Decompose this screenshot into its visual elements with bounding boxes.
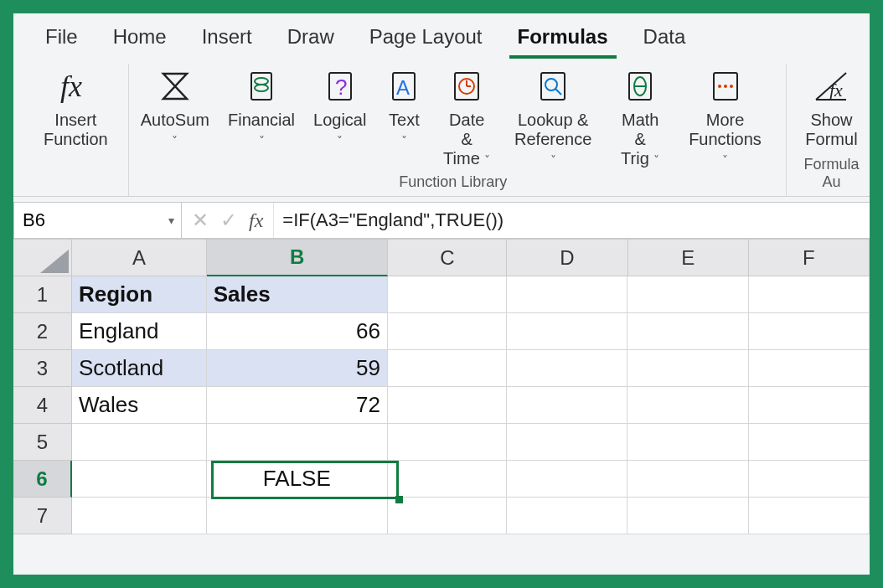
cell-C5[interactable] (388, 424, 507, 461)
insert-function-label: Insert Function (44, 111, 108, 149)
cell-F2[interactable] (749, 313, 870, 350)
cell-F5[interactable] (749, 424, 870, 461)
col-header-D[interactable]: D (507, 240, 627, 276)
row-header-7[interactable]: 7 (13, 498, 72, 534)
cell-A7[interactable] (72, 498, 207, 534)
cell-D5[interactable] (507, 424, 627, 461)
cell-D1[interactable] (507, 276, 627, 313)
cell-C1[interactable] (388, 276, 507, 313)
row-header-6[interactable]: 6 (13, 461, 72, 498)
cell-C6[interactable] (388, 461, 507, 498)
cell-A3[interactable]: Scotland (72, 350, 207, 387)
tab-file[interactable]: File (37, 22, 86, 59)
fill-handle[interactable] (395, 496, 403, 503)
cell-A5[interactable] (72, 424, 207, 461)
svg-text:?: ? (335, 75, 347, 100)
cell-A2[interactable]: England (72, 313, 207, 350)
col-header-F[interactable]: F (749, 240, 870, 276)
cell-A6[interactable] (72, 461, 207, 498)
row-header-5[interactable]: 5 (13, 424, 72, 461)
cell-D2[interactable] (507, 313, 627, 350)
svg-point-19 (718, 85, 721, 88)
name-box[interactable]: B6 ▾ (14, 203, 182, 238)
formula-bar: B6 ▾ ✕ ✓ fx =IF(A3="England",TRUE()) (13, 202, 870, 239)
cell-E7[interactable] (627, 498, 748, 534)
cell-E6[interactable] (627, 461, 748, 498)
lookup-icon (534, 67, 572, 106)
tab-page-layout[interactable]: Page Layout (361, 22, 491, 59)
chevron-down-icon: ▾ (168, 214, 174, 227)
tab-draw[interactable]: Draw (279, 22, 343, 59)
date-time-button[interactable]: Date & Time ˅ (436, 65, 497, 168)
insert-function-button[interactable]: fx Insert Function (39, 65, 113, 149)
cell-B3[interactable]: 59 (207, 350, 388, 387)
text-label: Text˅ (389, 111, 420, 149)
fx-icon[interactable]: fx (249, 209, 263, 232)
cell-F1[interactable] (749, 276, 870, 313)
cell-F6[interactable] (749, 461, 870, 498)
text-button[interactable]: A Text˅ (380, 65, 428, 168)
cell-D7[interactable] (507, 498, 627, 534)
cell-F7[interactable] (749, 498, 870, 534)
svg-point-20 (724, 85, 727, 88)
tab-home[interactable]: Home (105, 22, 175, 59)
cell-C4[interactable] (388, 387, 507, 424)
cell-E5[interactable] (627, 424, 748, 461)
row-header-4[interactable]: 4 (13, 387, 72, 424)
logical-icon: ? (321, 67, 359, 106)
col-header-B[interactable]: B (207, 240, 388, 276)
cell-E1[interactable] (627, 276, 748, 313)
col-header-A[interactable]: A (72, 240, 207, 276)
row-header-2[interactable]: 2 (13, 313, 72, 350)
cell-A1[interactable]: Region (72, 276, 207, 313)
cell-B1[interactable]: Sales (207, 276, 388, 313)
cancel-icon[interactable]: ✕ (192, 209, 209, 232)
cell-B2[interactable]: 66 (207, 313, 388, 350)
cell-E3[interactable] (627, 350, 748, 387)
cell-B6[interactable]: FALSE (207, 461, 388, 498)
cell-D4[interactable] (507, 387, 627, 424)
logical-button[interactable]: ? Logical˅ (308, 65, 371, 168)
cell-C3[interactable] (388, 350, 507, 387)
cell-B5[interactable] (207, 424, 388, 461)
tab-data[interactable]: Data (635, 22, 695, 59)
lookup-reference-button[interactable]: Lookup & Reference ˅ (505, 65, 601, 168)
sigma-icon (156, 67, 194, 106)
tab-formulas[interactable]: Formulas (509, 22, 617, 59)
row-header-1[interactable]: 1 (13, 276, 72, 313)
column-headers: A B C D E F (13, 240, 870, 276)
cell-B4[interactable]: 72 (207, 387, 388, 424)
svg-point-21 (730, 85, 733, 88)
svg-rect-12 (541, 73, 565, 100)
autosum-label: AutoSum˅ (141, 111, 209, 149)
autosum-button[interactable]: AutoSum˅ (136, 65, 214, 168)
row-header-3[interactable]: 3 (13, 350, 72, 387)
spreadsheet-grid[interactable]: A B C D E F 1 Region Sales 2 England 66 … (13, 239, 870, 534)
financial-button[interactable]: Financial˅ (223, 65, 300, 168)
show-formulas-button[interactable]: fx Show Formul (800, 65, 862, 149)
date-time-label: Date & Time ˅ (442, 111, 492, 168)
col-header-E[interactable]: E (628, 240, 749, 276)
select-all-corner[interactable] (13, 240, 72, 276)
cell-A4[interactable]: Wales (72, 387, 207, 424)
col-header-C[interactable]: C (388, 240, 507, 276)
cell-E2[interactable] (627, 313, 748, 350)
financial-label: Financial˅ (228, 111, 295, 149)
cell-C7[interactable] (388, 498, 507, 534)
formula-input[interactable]: =IF(A3="England",TRUE()) (274, 203, 870, 238)
show-formulas-icon: fx (812, 67, 850, 106)
cell-D3[interactable] (507, 350, 627, 387)
math-trig-button[interactable]: Math & Trig ˅ (609, 65, 671, 168)
tab-insert[interactable]: Insert (194, 22, 261, 59)
cell-F3[interactable] (749, 350, 870, 387)
excel-window: File Home Insert Draw Page Layout Formul… (13, 13, 870, 575)
cell-C2[interactable] (388, 313, 507, 350)
enter-icon[interactable]: ✓ (220, 209, 237, 232)
more-functions-button[interactable]: More Functions ˅ (679, 65, 771, 168)
svg-point-2 (255, 78, 268, 85)
cell-B7[interactable] (207, 498, 388, 534)
ribbon: fx Insert Function AutoSum˅ (13, 64, 870, 197)
cell-D6[interactable] (507, 461, 627, 498)
cell-E4[interactable] (627, 387, 748, 424)
cell-F4[interactable] (749, 387, 870, 424)
